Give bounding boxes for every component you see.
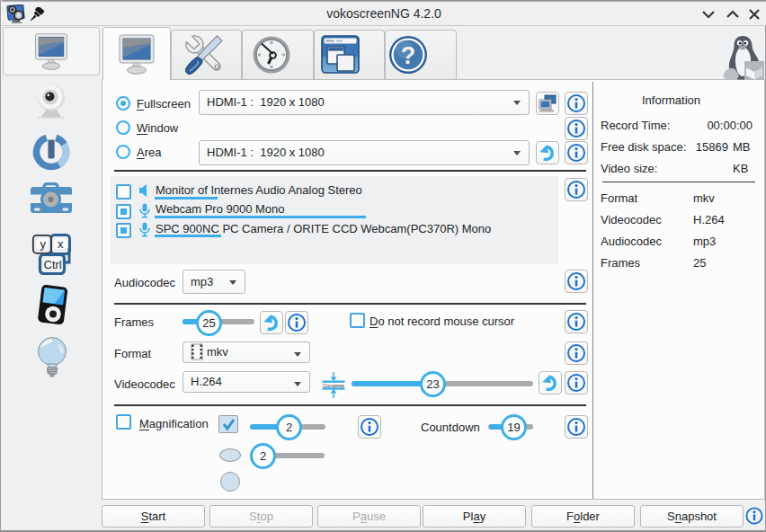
- svg-text:?: ?: [401, 42, 416, 69]
- svg-text:Ctrl: Ctrl: [44, 258, 62, 271]
- svg-text:Compress: Compress: [323, 383, 344, 388]
- svg-text:x: x: [58, 237, 64, 251]
- svg-text:y: y: [40, 237, 47, 251]
